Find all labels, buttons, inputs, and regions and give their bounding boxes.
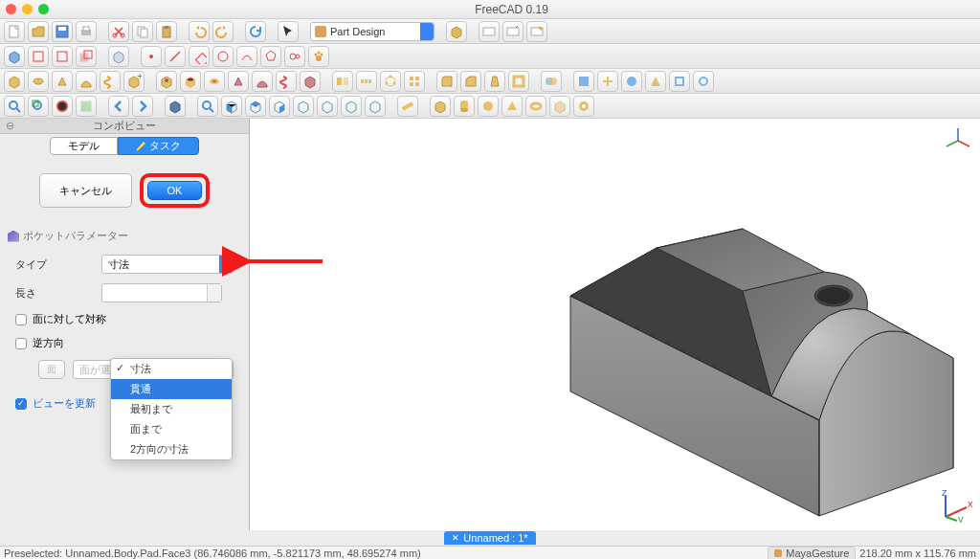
new-file-icon[interactable]	[4, 21, 25, 42]
sk-circle-icon[interactable]	[212, 46, 234, 67]
sk-paw-icon[interactable]	[308, 46, 329, 67]
print-icon[interactable]	[76, 21, 97, 42]
part-cube-icon[interactable]	[430, 96, 451, 117]
macro-edit-icon[interactable]	[526, 21, 547, 42]
type-combobox[interactable]: 寸法	[101, 255, 234, 274]
chamfer-icon[interactable]	[460, 71, 481, 92]
update-view-checkbox[interactable]	[15, 398, 27, 410]
copy-icon[interactable]	[132, 21, 153, 42]
sk-point-icon[interactable]	[141, 46, 162, 67]
part-cone-icon[interactable]	[501, 96, 523, 117]
view-left-icon[interactable]	[341, 96, 362, 117]
view-front-icon[interactable]	[221, 96, 242, 117]
sweep-add-icon[interactable]	[76, 71, 97, 92]
box-measure-icon[interactable]	[446, 21, 467, 42]
feat-extra5-icon[interactable]	[669, 71, 690, 92]
loft-add-icon[interactable]	[52, 71, 73, 92]
face-select-button[interactable]: 面	[38, 360, 65, 379]
nav-back-icon[interactable]	[108, 96, 129, 117]
sk-rect-icon[interactable]	[189, 46, 210, 67]
paste-icon[interactable]	[156, 21, 177, 42]
minimize-window-icon[interactable]	[22, 4, 33, 14]
primitive-add-icon[interactable]: +	[123, 71, 145, 92]
length-input[interactable]	[101, 283, 222, 302]
feat-extra4-icon[interactable]	[645, 71, 666, 92]
boolean-icon[interactable]	[541, 71, 562, 92]
sketch-new-icon[interactable]	[28, 46, 49, 67]
feat-extra2-icon[interactable]	[597, 71, 618, 92]
pad-icon[interactable]	[4, 71, 25, 92]
sk-polygon-icon[interactable]	[260, 46, 281, 67]
document-tab[interactable]: ✕ Unnamed : 1*	[444, 531, 535, 545]
symmetric-checkbox[interactable]	[15, 314, 27, 325]
nav-style-chip[interactable]: MayaGesture	[768, 547, 856, 560]
dropdown-item-dimension[interactable]: 寸法	[111, 359, 232, 379]
ok-button[interactable]: OK	[147, 181, 203, 200]
undo-icon[interactable]	[189, 21, 210, 42]
arrow-cursor-icon[interactable]	[278, 21, 299, 42]
thickness-icon[interactable]	[508, 71, 529, 92]
redo-icon[interactable]	[212, 21, 234, 42]
view-top-icon[interactable]	[245, 96, 266, 117]
sketch-map-icon[interactable]	[76, 46, 97, 67]
draw-style-icon[interactable]	[52, 96, 73, 117]
helix-add-icon[interactable]	[100, 71, 121, 92]
macro-play-icon[interactable]	[502, 21, 523, 42]
sketch-edit-icon[interactable]	[52, 46, 73, 67]
view-iso-icon[interactable]	[165, 96, 186, 117]
helix-sub-icon[interactable]	[276, 71, 297, 92]
3d-viewport[interactable]: x y z	[250, 119, 980, 530]
part-sphere-icon[interactable]	[478, 96, 499, 117]
sk-curve-icon[interactable]	[236, 46, 257, 67]
feat-extra6-icon[interactable]	[693, 71, 714, 92]
pocket-icon[interactable]	[156, 71, 177, 92]
refresh-icon[interactable]	[245, 21, 266, 42]
open-file-icon[interactable]	[28, 21, 49, 42]
body-icon[interactable]	[4, 46, 25, 67]
dropdown-item-first[interactable]: 最初まで	[111, 399, 232, 419]
dropdown-item-two-dim[interactable]: 2方向の寸法	[111, 439, 232, 459]
dropdown-item-through[interactable]: 貫通	[111, 379, 232, 399]
tab-task[interactable]: タスク	[118, 137, 199, 155]
primitive-sub-icon[interactable]	[300, 71, 321, 92]
zoom-fit-icon[interactable]	[4, 96, 25, 117]
hole-icon[interactable]	[180, 71, 201, 92]
tab-close-icon[interactable]: ✕	[452, 533, 459, 543]
datum-plane-icon[interactable]	[108, 46, 129, 67]
view-bottom-icon[interactable]	[317, 96, 338, 117]
view-rear-icon[interactable]	[293, 96, 314, 117]
sweep-sub-icon[interactable]	[252, 71, 273, 92]
dropdown-item-face[interactable]: 面まで	[111, 419, 232, 439]
groove-icon[interactable]	[204, 71, 225, 92]
reverse-checkbox[interactable]	[15, 338, 27, 349]
draft-icon[interactable]	[484, 71, 505, 92]
zoom-in-icon[interactable]	[197, 96, 218, 117]
cancel-button[interactable]: キャンセル	[39, 173, 132, 208]
sk-line-icon[interactable]	[165, 46, 186, 67]
mirror-icon[interactable]	[332, 71, 353, 92]
bounding-box-icon[interactable]	[76, 96, 97, 117]
maximize-window-icon[interactable]	[38, 4, 49, 14]
linear-pattern-icon[interactable]	[356, 71, 377, 92]
feat-extra1-icon[interactable]	[573, 71, 594, 92]
view-right-icon[interactable]	[269, 96, 290, 117]
panel-close-icon[interactable]: ⊖	[6, 120, 14, 132]
part-cylinder-icon[interactable]	[454, 96, 475, 117]
close-window-icon[interactable]	[6, 4, 16, 14]
cut-icon[interactable]	[108, 21, 129, 42]
measure-dist-icon[interactable]	[397, 96, 418, 117]
sk-misc-icon[interactable]	[284, 46, 305, 67]
multi-transform-icon[interactable]	[404, 71, 425, 92]
zoom-selection-icon[interactable]	[28, 96, 49, 117]
view-axo-icon[interactable]	[365, 96, 386, 117]
part-prism-icon[interactable]	[549, 96, 570, 117]
workbench-selector[interactable]: Part Design	[310, 22, 434, 41]
nav-forward-icon[interactable]	[132, 96, 153, 117]
revolve-icon[interactable]	[28, 71, 49, 92]
part-tube-icon[interactable]	[573, 96, 594, 117]
save-icon[interactable]	[52, 21, 73, 42]
tab-model[interactable]: モデル	[50, 137, 118, 155]
fillet-icon[interactable]	[436, 71, 457, 92]
loft-sub-icon[interactable]	[228, 71, 249, 92]
macro-record-icon[interactable]	[479, 21, 500, 42]
